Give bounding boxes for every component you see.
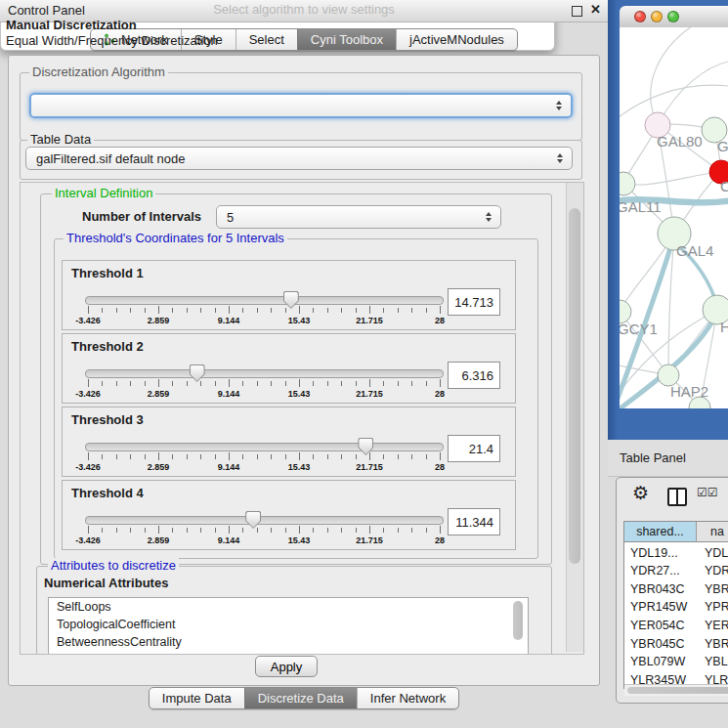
slider-handle[interactable] [190,364,205,382]
threshold-label: Threshold 1 [71,266,144,280]
table-cell[interactable]: YDR2 [705,562,728,580]
major-tick [299,306,300,314]
minor-tick [172,308,173,313]
network-canvas[interactable]: GAL80GACGAL11GAL4GCY1HHAP2 [620,27,728,408]
combo-stepper-icon [557,153,564,163]
minor-tick [383,381,384,386]
table-cell[interactable]: YBL0 [705,653,728,671]
zoom-traffic-light-icon[interactable] [667,11,679,22]
tab-label: Discretize Data [258,691,344,706]
minor-tick [187,528,188,533]
network-window-titlebar[interactable] [620,6,728,28]
threshold-value-field[interactable]: 14.713 [448,288,500,316]
apply-button[interactable]: Apply [255,656,318,677]
vertical-scrollbar-thumb[interactable] [569,208,580,564]
table-data-value: galFiltered.sif default node [36,151,185,166]
minor-tick [356,381,357,386]
tab-jactivemnodules[interactable]: jActiveMNodules [396,29,517,50]
network-edge[interactable] [620,85,728,120]
minor-tick [383,454,384,459]
major-tick [369,526,370,534]
table-data-combobox[interactable]: galFiltered.sif default node [25,147,573,170]
minor-tick [411,381,412,386]
table-cell[interactable]: YBL079W [630,653,697,671]
thresholds-group-title: Threshold's Coordinates for 5 Intervals [64,231,287,245]
node-attribute-table[interactable]: shared...naYDL19...YDL1YDR27...YDR2YBR04… [623,521,728,689]
tab-select[interactable]: Select [236,29,297,50]
split-columns-icon[interactable] [667,488,687,506]
table-cell[interactable]: YDR27... [630,562,697,580]
algorithm-combobox[interactable] [29,93,573,118]
minimize-traffic-light-icon[interactable] [651,11,663,22]
dropdown-item-manual[interactable]: Manual Discretization [6,18,137,32]
tick-label: 15.43 [288,316,311,325]
minor-tick [426,454,427,459]
horizontal-scrollbar[interactable] [624,684,728,696]
attribute-list-item[interactable]: BetweennessCentrality [49,633,528,651]
network-edge[interactable] [658,62,728,125]
vertical-scrollbar[interactable] [566,183,583,652]
table-cell[interactable]: YBR045C [630,634,697,653]
horizontal-scrollbar-thumb[interactable] [627,687,728,694]
table-cell[interactable]: YDL1 [705,543,728,562]
minor-tick [242,381,243,386]
gear-icon[interactable]: ⚙ [632,484,649,502]
select-columns-icon[interactable]: ☑☑ [697,486,718,499]
attribute-list-item[interactable]: TopologicalCoefficient [49,616,528,633]
threshold-value-field[interactable]: 6.316 [448,362,500,389]
minor-tick [116,528,117,533]
network-edge[interactable] [651,27,698,125]
minor-tick [398,381,399,386]
minor-tick [145,308,146,313]
minor-tick [242,528,243,533]
table-cell[interactable]: YBR0 [705,579,728,598]
slider-track[interactable] [85,296,444,305]
minor-tick [285,381,286,386]
slider-track[interactable] [85,369,444,378]
minor-tick [130,528,131,533]
column-header-1[interactable]: shared... [624,522,697,542]
minor-tick [145,528,146,533]
tab-infer-network[interactable]: Infer Network [357,688,458,708]
table-cell[interactable]: YER054C [630,616,697,634]
tick-label: 28 [435,535,445,545]
table-cell[interactable]: YDL19... [630,543,697,562]
number-of-intervals-combobox[interactable]: 5 [216,205,501,229]
threshold-value-field[interactable]: 11.344 [448,508,500,535]
slider-handle[interactable] [358,438,373,455]
close-traffic-light-icon[interactable] [634,11,646,22]
dropdown-item-equal-width[interactable]: Equal Width/Frequency Discretization [6,33,218,48]
slider-handle[interactable] [283,291,299,309]
slider-track[interactable] [85,443,444,451]
threshold-box-3: Threshold 3-3.4262.8599.14415.4321.71528… [62,407,516,477]
network-node-label: H [720,319,728,335]
slider-track[interactable] [85,516,444,525]
tick-label: 21.715 [356,462,383,472]
threshold-value-field[interactable]: 21.4 [448,435,500,462]
tick-label: 9.144 [218,462,240,472]
attribute-list-item[interactable]: SelfLoops [49,598,528,616]
tick-label: -3.426 [75,389,101,399]
table-panel-header: Table Panel [608,440,728,477]
discretization-algorithm-title: Discretization Algorithm [29,64,168,79]
minor-tick [102,528,103,533]
table-cell[interactable]: YBR0 [705,634,728,653]
tab-cyni-toolbox[interactable]: Cyni Toolbox [297,29,396,50]
tick-label: 15.43 [288,389,311,399]
tab-discretize-data[interactable]: Discretize Data [244,688,357,708]
minor-tick [271,308,272,313]
column-header-2[interactable]: na [697,522,728,542]
table-cell[interactable]: YBR043C [630,579,697,598]
slider-handle[interactable] [245,511,261,529]
tab-impute-data[interactable]: Impute Data [150,688,244,708]
minor-tick [313,308,314,313]
tick-label: 9.144 [218,535,240,545]
minor-tick [215,528,216,533]
table-cell[interactable]: YPR145W [630,598,697,617]
table-cell[interactable]: YER0 [705,616,728,634]
table-cell[interactable]: YPR1 [705,598,728,617]
list-scrollbar-thumb[interactable] [513,601,523,640]
slider-handle-face [246,512,260,528]
network-edge[interactable] [623,172,721,185]
numerical-attributes-list[interactable]: SelfLoopsTopologicalCoefficientBetweenne… [48,597,529,655]
